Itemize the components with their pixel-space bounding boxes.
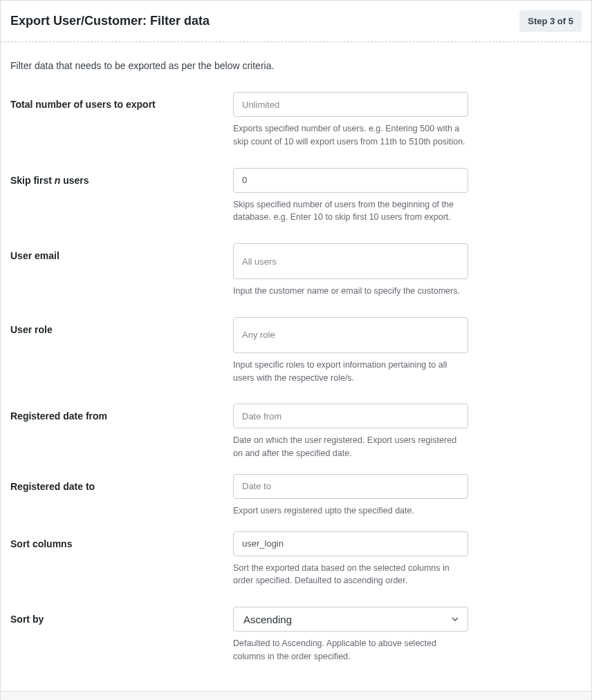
user-email-placeholder: All users (242, 256, 277, 267)
user-email-input[interactable]: All users (233, 243, 468, 279)
user-role-input[interactable]: Any role (233, 317, 468, 353)
page-title: Export User/Customer: Filter data (10, 14, 210, 28)
sort-by-label: Sort by (10, 607, 233, 663)
skip-first-input[interactable] (233, 168, 468, 193)
chevron-down-icon (450, 614, 461, 625)
sort-columns-label: Sort columns (10, 531, 233, 588)
user-role-help: Input specific roles to export informati… (233, 359, 468, 385)
sort-columns-help: Sort the exported data based on the sele… (233, 562, 468, 588)
date-from-help: Date on which the user registered. Expor… (233, 434, 468, 460)
date-to-input[interactable] (233, 474, 468, 499)
user-email-help: Input the customer name or email to spec… (233, 285, 468, 298)
skip-first-help: Skips specified number of users from the… (233, 198, 468, 225)
total-users-input[interactable] (233, 92, 468, 117)
date-to-label: Registered date to (10, 474, 233, 518)
total-users-label: Total number of users to export (10, 92, 233, 149)
user-email-label: User email (10, 243, 233, 298)
sort-columns-input[interactable]: user_login (233, 531, 468, 556)
step-badge: Step 3 of 5 (519, 10, 582, 32)
total-users-help: Exports specified number of users. e.g. … (233, 122, 468, 149)
user-role-label: User role (10, 317, 233, 385)
sort-by-help: Defaulted to Ascending. Applicable to ab… (233, 637, 468, 663)
sort-by-select[interactable]: Ascending (233, 607, 468, 632)
date-from-label: Registered date from (10, 404, 233, 460)
skip-first-label: Skip first n users (10, 168, 233, 225)
sort-by-value: Ascending (243, 614, 292, 625)
date-from-input[interactable] (233, 404, 468, 428)
date-to-help: Export users registered upto the specifi… (233, 504, 468, 518)
sort-columns-value: user_login (242, 538, 284, 549)
page-description: Filter data that needs to be exported as… (10, 60, 582, 71)
user-role-placeholder: Any role (242, 330, 275, 340)
